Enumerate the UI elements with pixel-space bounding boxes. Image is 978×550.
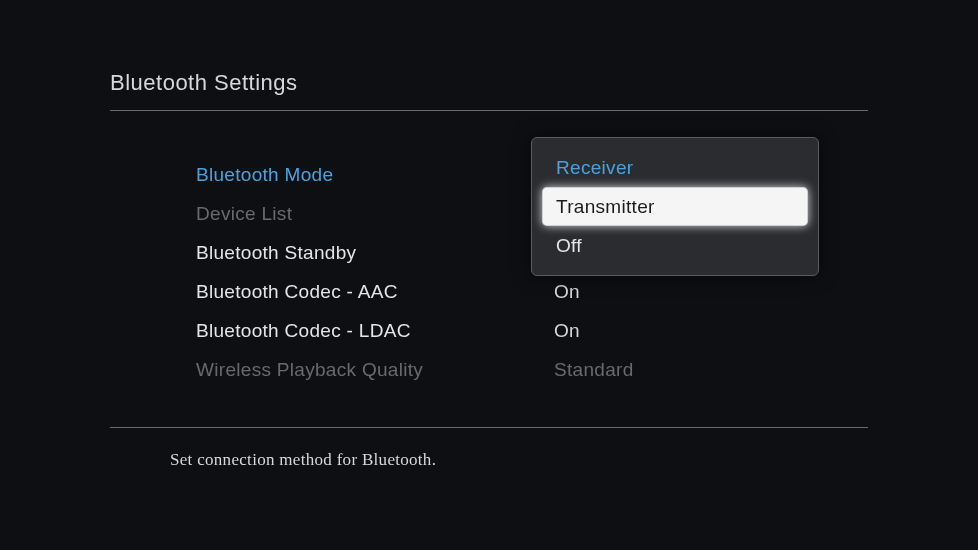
setting-wireless-quality[interactable]: Wireless Playback Quality Standard [196,350,868,389]
bluetooth-mode-dropdown: Receiver Transmitter Off [531,137,819,276]
page-title: Bluetooth Settings [110,70,868,110]
setting-value: On [554,320,580,342]
setting-value: On [554,281,580,303]
help-text: Set connection method for Bluetooth. [110,450,868,470]
settings-screen: Bluetooth Settings Bluetooth Mode Receiv… [0,0,978,470]
dropdown-option-off[interactable]: Off [542,226,808,265]
setting-label: Wireless Playback Quality [196,359,554,381]
setting-codec-ldac[interactable]: Bluetooth Codec - LDAC On [196,311,868,350]
setting-label: Bluetooth Mode [196,164,554,186]
divider-top [110,110,868,111]
setting-label: Device List [196,203,554,225]
setting-label: Bluetooth Codec - AAC [196,281,554,303]
setting-value: Standard [554,359,634,381]
divider-bottom [110,427,868,428]
dropdown-option-transmitter[interactable]: Transmitter [542,187,808,226]
setting-label: Bluetooth Codec - LDAC [196,320,554,342]
settings-list: Bluetooth Mode Receiver Device List Blue… [110,155,868,389]
dropdown-option-receiver[interactable]: Receiver [542,148,808,187]
setting-codec-aac[interactable]: Bluetooth Codec - AAC On [196,272,868,311]
setting-label: Bluetooth Standby [196,242,554,264]
